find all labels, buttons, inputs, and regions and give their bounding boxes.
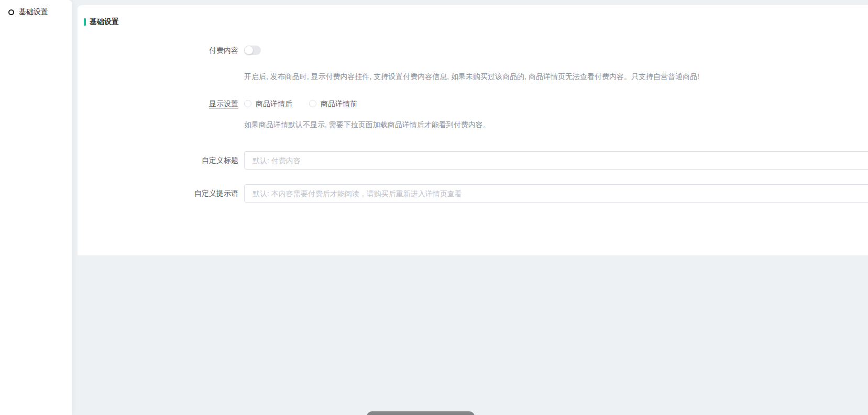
custom-title-input[interactable] <box>244 151 868 170</box>
radio-circle-icon[interactable] <box>309 100 316 107</box>
circle-icon <box>8 9 14 15</box>
custom-prompt-input[interactable] <box>244 184 868 203</box>
sidebar: 基础设置 <box>0 0 72 415</box>
radio-option-before-detail[interactable]: 商品详情前 <box>309 99 357 108</box>
custom-prompt-label: 自定义提示语 <box>78 184 238 203</box>
paid-content-row: 付费内容 <box>78 46 868 57</box>
save-button[interactable] <box>367 411 475 415</box>
custom-title-label: 自定义标题 <box>78 151 238 170</box>
display-setting-radio-group: 商品详情后 商品详情前 <box>244 99 868 108</box>
paid-content-help: 开启后, 发布商品时, 显示付费内容挂件, 支持设置付费内容信息, 如果未购买过… <box>244 72 868 81</box>
display-setting-help: 如果商品详情默认不显示, 需要下拉页面加载商品详情后才能看到付费内容。 <box>244 120 868 129</box>
content-background <box>78 255 868 415</box>
toggle-knob <box>245 46 253 54</box>
custom-title-row: 自定义标题 <box>78 151 868 170</box>
sidebar-item-label: 基础设置 <box>19 7 48 17</box>
custom-prompt-row: 自定义提示语 <box>78 184 868 203</box>
sidebar-item-basic-settings[interactable]: 基础设置 <box>0 0 72 24</box>
page-title: 基础设置 <box>90 17 119 27</box>
radio-option-after-detail[interactable]: 商品详情后 <box>244 99 292 108</box>
display-setting-row: 显示设置 商品详情后 商品详情前 <box>78 99 868 108</box>
paid-content-label: 付费内容 <box>78 46 238 55</box>
main-area: 基础设置 付费内容 开启后, 发布商品时, 显示付费内容挂件, 支持设置付费内容… <box>78 0 868 415</box>
panel-title-row: 基础设置 <box>84 17 868 27</box>
radio-circle-icon[interactable] <box>244 100 251 107</box>
paid-content-toggle[interactable] <box>244 46 261 55</box>
settings-panel: 基础设置 付费内容 开启后, 发布商品时, 显示付费内容挂件, 支持设置付费内容… <box>78 5 868 255</box>
accent-bar <box>84 18 86 26</box>
display-setting-label: 显示设置 <box>78 99 238 108</box>
